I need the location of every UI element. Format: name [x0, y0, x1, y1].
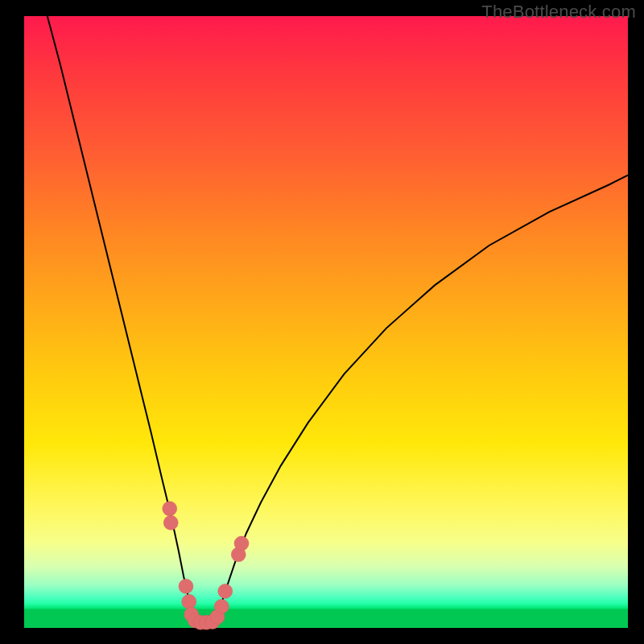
left-curve: [44, 4, 219, 622]
bead-point: [214, 599, 229, 613]
bead-point: [218, 584, 233, 598]
bead-point: [163, 515, 178, 530]
watermark-text: TheBottleneck.com: [481, 2, 636, 23]
chart-svg: [24, 16, 628, 628]
bead-point: [182, 594, 196, 609]
data-beads: [163, 502, 249, 630]
plot-area: [24, 16, 628, 628]
bead-point: [179, 579, 193, 593]
bead-point: [163, 502, 177, 516]
chart-frame: TheBottleneck.com: [0, 0, 644, 644]
bead-point: [234, 536, 249, 551]
right-curve: [219, 175, 629, 622]
